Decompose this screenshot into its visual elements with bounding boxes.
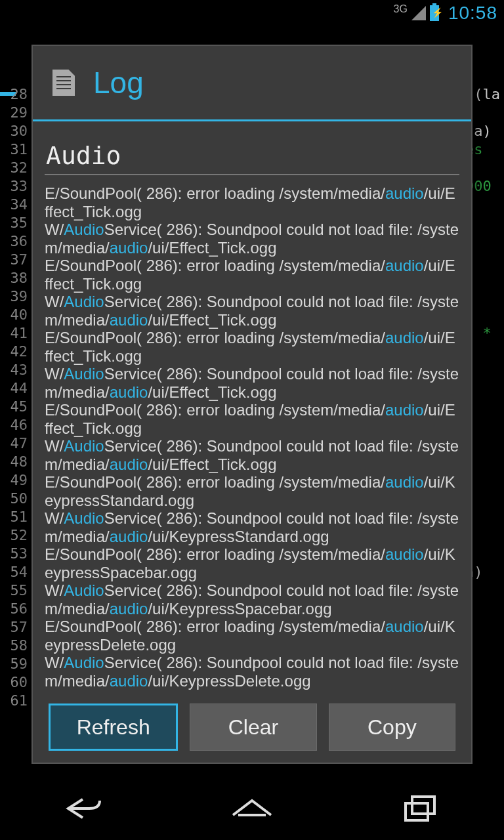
refresh-button[interactable]: Refresh bbox=[49, 704, 178, 751]
log-line: E/SoundPool( 286): error loading /system… bbox=[45, 401, 455, 437]
status-time: 10:58 bbox=[448, 3, 497, 24]
log-line: W/AudioService( 286): Soundpool could no… bbox=[45, 509, 459, 545]
nav-bar bbox=[0, 777, 504, 840]
log-line: E/SoundPool( 286): error loading /system… bbox=[45, 545, 455, 581]
svg-rect-0 bbox=[406, 803, 428, 820]
battery-icon: ⚡ bbox=[430, 5, 439, 21]
log-dialog: Log E/SoundPool( 286): error loading /sy… bbox=[32, 45, 472, 764]
log-filter-input[interactable] bbox=[45, 140, 459, 175]
log-line: E/SoundPool( 286): error loading /system… bbox=[45, 618, 455, 654]
dialog-title: Log bbox=[93, 65, 144, 100]
recent-apps-button[interactable] bbox=[374, 789, 466, 828]
home-button[interactable] bbox=[206, 789, 298, 828]
svg-rect-1 bbox=[412, 797, 434, 814]
back-button[interactable] bbox=[38, 789, 130, 828]
document-icon bbox=[52, 70, 75, 96]
log-line: E/SoundPool( 286): error loading /system… bbox=[45, 257, 455, 293]
log-output[interactable]: E/SoundPool( 286): error loading /system… bbox=[45, 184, 459, 693]
clear-button[interactable]: Clear bbox=[190, 704, 316, 751]
log-line: E/SoundPool( 286): error loading /system… bbox=[45, 184, 455, 220]
dialog-overlay: Log E/SoundPool( 286): error loading /sy… bbox=[0, 26, 504, 777]
log-line: E/SoundPool( 286): error loading /system… bbox=[45, 473, 455, 509]
dialog-title-bar: Log bbox=[33, 46, 471, 119]
log-line: W/AudioService( 286): Soundpool could no… bbox=[45, 437, 459, 473]
copy-button[interactable]: Copy bbox=[329, 704, 455, 751]
log-line: W/AudioService( 286): Soundpool could no… bbox=[45, 220, 459, 257]
dialog-body: E/SoundPool( 286): error loading /system… bbox=[33, 131, 471, 693]
log-line: W/AudioService( 286): Soundpool could no… bbox=[45, 365, 459, 401]
log-line: W/AudioService( 286): Soundpool could no… bbox=[45, 654, 459, 690]
title-divider bbox=[33, 119, 471, 121]
status-bar: 3G ⚡ 10:58 bbox=[0, 0, 504, 26]
log-line: E/SoundPool( 286): error loading /system… bbox=[45, 329, 455, 365]
network-type: 3G bbox=[394, 3, 408, 15]
dialog-button-row: Refresh Clear Copy bbox=[33, 693, 471, 763]
log-line: W/AudioService( 286): Soundpool could no… bbox=[45, 581, 459, 618]
log-line: W/AudioService( 286): Soundpool could no… bbox=[45, 293, 459, 329]
signal-icon bbox=[411, 6, 426, 20]
